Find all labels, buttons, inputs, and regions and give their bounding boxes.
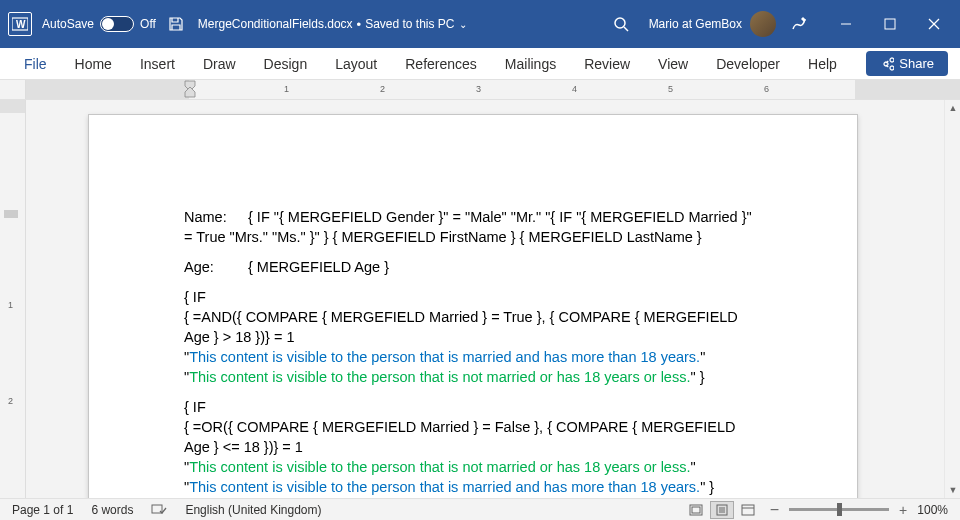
word-logo-icon: W bbox=[8, 12, 32, 36]
chevron-down-icon[interactable]: ⌄ bbox=[459, 19, 467, 30]
autosave-label: AutoSave bbox=[42, 17, 94, 31]
user-account[interactable]: Mario at GemBox bbox=[649, 11, 776, 37]
titlebar: W AutoSave Off MergeConditionalFields.do… bbox=[0, 0, 960, 48]
close-button[interactable] bbox=[916, 10, 952, 38]
indent-marker-icon[interactable] bbox=[184, 80, 196, 98]
ribbon-tabs: File Home Insert Draw Design Layout Refe… bbox=[0, 48, 960, 80]
ruler-horizontal[interactable]: 1 2 3 4 5 6 bbox=[0, 80, 960, 100]
doc-line[interactable]: { IF{ =AND({ COMPARE { MERGEFIELD Marrie… bbox=[184, 287, 762, 387]
document-page[interactable]: Name:{ IF "{ MERGEFIELD Gender }" = "Mal… bbox=[88, 114, 858, 498]
zoom-in-button[interactable]: + bbox=[899, 502, 907, 518]
tab-insert[interactable]: Insert bbox=[128, 50, 187, 78]
draw-mode-icon[interactable] bbox=[790, 15, 808, 33]
tab-developer[interactable]: Developer bbox=[704, 50, 792, 78]
language-indicator[interactable]: English (United Kingdom) bbox=[185, 503, 321, 517]
autosave-state: Off bbox=[140, 17, 156, 31]
share-label: Share bbox=[899, 56, 934, 71]
statusbar: Page 1 of 1 6 words English (United King… bbox=[0, 498, 960, 520]
scroll-down-icon[interactable]: ▼ bbox=[945, 482, 960, 498]
focus-mode-button[interactable] bbox=[684, 501, 708, 519]
zoom-slider[interactable] bbox=[789, 508, 889, 511]
svg-rect-17 bbox=[742, 505, 754, 515]
word-count[interactable]: 6 words bbox=[91, 503, 133, 517]
toggle-icon bbox=[100, 16, 134, 32]
svg-text:W: W bbox=[16, 19, 26, 30]
user-label: Mario at GemBox bbox=[649, 17, 742, 31]
ruler-v-mark: 1 bbox=[8, 300, 13, 310]
page-area[interactable]: Name:{ IF "{ MERGEFIELD Gender }" = "Mal… bbox=[26, 100, 960, 498]
share-button[interactable]: Share bbox=[866, 51, 948, 76]
doc-line[interactable]: { IF{ =OR({ COMPARE { MERGEFIELD Married… bbox=[184, 397, 762, 497]
view-mode-buttons bbox=[684, 501, 760, 519]
zoom-level[interactable]: 100% bbox=[917, 503, 948, 517]
tab-home[interactable]: Home bbox=[63, 50, 124, 78]
tab-mailings[interactable]: Mailings bbox=[493, 50, 568, 78]
tab-view[interactable]: View bbox=[646, 50, 700, 78]
saved-status: Saved to this PC bbox=[365, 17, 454, 31]
tab-help[interactable]: Help bbox=[796, 50, 849, 78]
filename: MergeConditionalFields.docx bbox=[198, 17, 353, 31]
workspace: 1 2 Name:{ IF "{ MERGEFIELD Gender }" = … bbox=[0, 100, 960, 498]
doc-line[interactable]: Name:{ IF "{ MERGEFIELD Gender }" = "Mal… bbox=[184, 207, 762, 247]
tab-draw[interactable]: Draw bbox=[191, 50, 248, 78]
window-controls bbox=[828, 10, 952, 38]
ruler-mark: 2 bbox=[380, 84, 385, 94]
ruler-mark: 3 bbox=[476, 84, 481, 94]
svg-marker-9 bbox=[185, 87, 195, 97]
v-cursor-icon bbox=[4, 210, 18, 218]
doc-line[interactable]: Age:{ MERGEFIELD Age } bbox=[184, 257, 762, 277]
scrollbar-vertical[interactable]: ▲ ▼ bbox=[944, 100, 960, 498]
svg-line-3 bbox=[624, 27, 628, 31]
svg-rect-12 bbox=[692, 507, 700, 513]
save-button[interactable] bbox=[166, 14, 186, 34]
ruler-mark: 5 bbox=[668, 84, 673, 94]
ruler-mark: 6 bbox=[764, 84, 769, 94]
ruler-v-mark: 2 bbox=[8, 396, 13, 406]
spellcheck-icon[interactable] bbox=[151, 503, 167, 517]
ruler-corner bbox=[0, 80, 26, 99]
svg-point-2 bbox=[615, 18, 625, 28]
print-layout-button[interactable] bbox=[710, 501, 734, 519]
tab-references[interactable]: References bbox=[393, 50, 489, 78]
tab-review[interactable]: Review bbox=[572, 50, 642, 78]
autosave-toggle[interactable]: AutoSave Off bbox=[42, 16, 156, 32]
page-indicator[interactable]: Page 1 of 1 bbox=[12, 503, 73, 517]
svg-rect-5 bbox=[885, 19, 895, 29]
document-body[interactable]: Name:{ IF "{ MERGEFIELD Gender }" = "Mal… bbox=[184, 207, 762, 497]
minimize-button[interactable] bbox=[828, 10, 864, 38]
ruler-mark: 1 bbox=[284, 84, 289, 94]
maximize-button[interactable] bbox=[872, 10, 908, 38]
web-layout-button[interactable] bbox=[736, 501, 760, 519]
zoom-out-button[interactable]: − bbox=[770, 501, 779, 519]
scroll-up-icon[interactable]: ▲ bbox=[945, 100, 960, 116]
ruler-mark: 4 bbox=[572, 84, 577, 94]
tab-design[interactable]: Design bbox=[252, 50, 320, 78]
tab-file[interactable]: File bbox=[12, 50, 59, 78]
search-button[interactable] bbox=[613, 16, 629, 32]
tab-layout[interactable]: Layout bbox=[323, 50, 389, 78]
ruler-h: 1 2 3 4 5 6 bbox=[26, 80, 960, 99]
avatar bbox=[750, 11, 776, 37]
ruler-vertical[interactable]: 1 2 bbox=[0, 100, 26, 498]
